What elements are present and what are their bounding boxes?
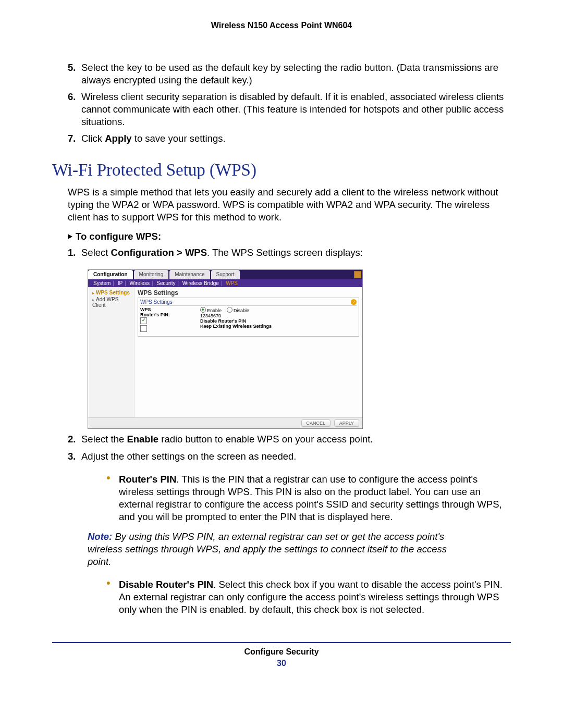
- text-post: radio button to enable WPS on your acces…: [158, 434, 373, 445]
- footer-chapter: Configure Security: [52, 647, 511, 657]
- bullet-text: Router's PIN. This is the PIN that a reg…: [119, 473, 511, 523]
- shot-sidebar: WPS Settings Add WPS Client: [88, 287, 134, 417]
- panel-labels: WPS Router's PIN: ✓: [140, 307, 200, 333]
- text-bold: Enable: [127, 434, 158, 445]
- side-wps-settings[interactable]: WPS Settings: [88, 289, 134, 296]
- text-post: . The WPS Settings screen displays:: [207, 247, 363, 258]
- wps-steps-list-cont: 2. Select the Enable radio button to ena…: [68, 433, 511, 462]
- cancel-button[interactable]: CANCEL: [301, 419, 331, 427]
- step-text: Adjust the other settings on the screen …: [81, 450, 511, 463]
- text-pre: Select: [81, 247, 111, 258]
- subtab-wireless-bridge[interactable]: Wireless Bridge: [182, 280, 219, 286]
- note-block: Note: By using this WPS PIN, an external…: [88, 530, 452, 568]
- wps-step-3: 3. Adjust the other settings on the scre…: [68, 450, 511, 463]
- apply-button[interactable]: APPLY: [334, 419, 359, 427]
- shot-main-panel: WPS Settings WPS Settings ? WPS Router's…: [134, 287, 362, 417]
- text-bold: Configuration > WPS: [111, 247, 207, 258]
- subtab-ip[interactable]: IP: [118, 280, 123, 286]
- text-pre: Click: [81, 133, 105, 144]
- step-7: 7. Click Apply to save your settings.: [68, 132, 511, 145]
- footer-rule: [52, 642, 511, 643]
- footer-page-number: 30: [52, 659, 511, 668]
- bullet-bold: Disable Router's PIN: [119, 579, 213, 590]
- document-page: Wireless N150 Access Point WN604 5. Sele…: [0, 0, 563, 728]
- arrow-icon: [68, 234, 72, 239]
- panel-title: WPS Settings: [138, 289, 359, 297]
- label-keep-existing: Keep Existing Wireless Settings: [200, 324, 357, 329]
- panel-box: WPS Settings ? WPS Router's PIN: ✓ Enab: [138, 298, 359, 337]
- wps-radio-row: Enable Disable: [200, 307, 357, 313]
- step-number: 2.: [68, 433, 81, 446]
- step-number: 5.: [68, 61, 81, 87]
- bullet-bold: Router's PIN: [119, 474, 176, 485]
- step-number: 1.: [68, 246, 81, 259]
- bullet-icon: •: [106, 578, 119, 616]
- subtab-wps[interactable]: WPS: [226, 280, 238, 286]
- tab-configuration[interactable]: Configuration: [88, 270, 133, 279]
- subhead-text: To configure WPS:: [76, 231, 161, 242]
- step-text: Wireless client security separation is d…: [81, 91, 511, 128]
- label-disable-pin: Disable Router's PIN: [200, 318, 357, 324]
- step-5: 5. Select the key to be used as the defa…: [68, 61, 511, 87]
- text-post: to save your settings.: [132, 133, 226, 144]
- tab-support[interactable]: Support: [211, 270, 240, 279]
- tab-monitoring[interactable]: Monitoring: [134, 270, 169, 279]
- text-pre: Select the: [81, 434, 127, 445]
- top-steps-list: 5. Select the key to be used as the defa…: [68, 61, 511, 145]
- section-intro: WPS is a simple method that lets you eas…: [68, 186, 511, 224]
- radio-disable-label: Disable: [234, 308, 249, 313]
- step-6: 6. Wireless client security separation i…: [68, 91, 511, 128]
- shot-footer: CANCEL APPLY: [88, 417, 362, 428]
- logout-icon[interactable]: [354, 271, 361, 278]
- panel-values: Enable Disable 12345670 Disable Router's…: [200, 307, 357, 333]
- wps-screenshot: Configuration Monitoring Maintenance Sup…: [88, 269, 363, 429]
- procedure-subheading: To configure WPS:: [68, 231, 511, 242]
- checkbox-disable-pin[interactable]: ✓: [140, 317, 147, 324]
- wps-step-2: 2. Select the Enable radio button to ena…: [68, 433, 511, 446]
- panel-subheading: WPS Settings ?: [140, 299, 357, 306]
- bullet-body: . This is the PIN that a registrar can u…: [119, 474, 502, 522]
- radio-enable-label: Enable: [207, 308, 222, 313]
- subtab-wireless[interactable]: Wireless: [130, 280, 150, 286]
- step-text: Select the Enable radio button to enable…: [81, 433, 511, 446]
- note-label: Note:: [88, 531, 112, 542]
- page-header: Wireless N150 Access Point WN604: [52, 21, 511, 30]
- label-routers-pin: Router's PIN:: [140, 312, 200, 317]
- step-number: 3.: [68, 450, 81, 463]
- note-text: By using this WPS PIN, an external regis…: [88, 531, 447, 567]
- subtab-security[interactable]: Security: [156, 280, 175, 286]
- bullet-list-2: • Disable Router's PIN. Select this chec…: [106, 578, 511, 616]
- pin-value: 12345670: [200, 313, 357, 318]
- radio-disable[interactable]: [227, 307, 232, 313]
- bullet-disable-routers-pin: • Disable Router's PIN. Select this chec…: [106, 578, 511, 616]
- step-number: 7.: [68, 132, 81, 145]
- step-text: Click Apply to save your settings.: [81, 132, 511, 145]
- tab-maintenance[interactable]: Maintenance: [169, 270, 210, 279]
- shot-top-tabs: Configuration Monitoring Maintenance Sup…: [88, 270, 362, 279]
- bullet-icon: •: [106, 473, 119, 523]
- checkbox-keep-existing[interactable]: [140, 325, 147, 332]
- bullet-list: • Router's PIN. This is the PIN that a r…: [106, 473, 511, 523]
- wps-steps-list: 1. Select Configuration > WPS. The WPS S…: [68, 246, 511, 259]
- text-bold: Apply: [105, 133, 131, 144]
- step-number: 6.: [68, 91, 81, 128]
- help-icon[interactable]: ?: [351, 299, 357, 305]
- step-text: Select Configuration > WPS. The WPS Sett…: [81, 246, 511, 259]
- side-add-wps-client[interactable]: Add WPS Client: [88, 296, 134, 309]
- wps-step-1: 1. Select Configuration > WPS. The WPS S…: [68, 246, 511, 259]
- radio-enable[interactable]: [200, 307, 206, 313]
- panel-row: WPS Router's PIN: ✓ Enable Disable 1: [140, 307, 357, 333]
- bullet-text: Disable Router's PIN. Select this check …: [119, 578, 511, 616]
- shot-body: WPS Settings Add WPS Client WPS Settings…: [88, 287, 362, 417]
- label-wps: WPS: [140, 307, 200, 312]
- step-text: Select the key to be used as the default…: [81, 61, 511, 87]
- subtab-system[interactable]: System: [93, 280, 111, 286]
- section-heading: Wi-Fi Protected Setup (WPS): [52, 161, 511, 180]
- bullet-routers-pin: • Router's PIN. This is the PIN that a r…: [106, 473, 511, 523]
- shot-sub-tabs: System| IP| Wireless| Security| Wireless…: [88, 279, 362, 287]
- panel-sub-text: WPS Settings: [140, 299, 173, 305]
